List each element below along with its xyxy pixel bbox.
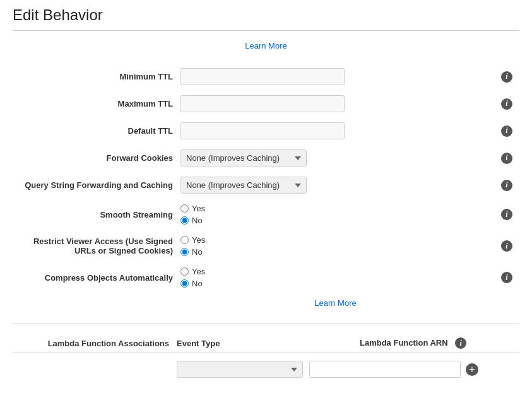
info-cell-forward-cookies: i (494, 144, 519, 172)
info-cell-smooth-streaming: i (494, 199, 519, 230)
forward-cookies-select[interactable]: None (Improves Caching) Whitelist All (180, 149, 307, 167)
input-cell-forward-cookies: None (Improves Caching) Whitelist All (177, 144, 494, 172)
row-compress-objects: Compress Objects Automatically Yes No (13, 262, 519, 293)
info-cell-default-ttl: i (494, 117, 519, 144)
label-forward-cookies: Forward Cookies (13, 144, 177, 172)
smooth-streaming-no-text: No (192, 216, 203, 225)
lambda-input-row: Viewer Request Origin Request Origin Res… (13, 358, 519, 380)
row-forward-cookies: Forward Cookies None (Improves Caching) … (13, 144, 519, 172)
row-learn-more-bottom: Learn More (13, 293, 519, 313)
row-restrict-viewer: Restrict Viewer Access (Use Signed URLs … (13, 230, 519, 262)
page-title: Edit Behavior (13, 6, 519, 31)
input-cell-maximum-ttl: 31536000 (177, 90, 494, 117)
default-ttl-input[interactable]: 86400 (180, 122, 345, 139)
label-default-ttl: Default TTL (13, 117, 177, 144)
compress-objects-yes-label[interactable]: Yes (180, 267, 490, 276)
label-learn-more-spacer (13, 293, 177, 313)
input-cell-default-ttl: 86400 (177, 117, 494, 144)
restrict-viewer-no-radio[interactable] (180, 248, 189, 256)
restrict-viewer-yes-radio[interactable] (180, 236, 189, 244)
compress-objects-no-text: No (192, 279, 203, 288)
lambda-arn-input[interactable] (309, 361, 461, 378)
smooth-streaming-radio-group: Yes No (180, 204, 490, 225)
learn-more-bottom-link[interactable]: Learn More (314, 298, 356, 308)
info-cell-restrict-viewer: i (494, 230, 519, 262)
section-divider (13, 323, 519, 324)
label-query-string: Query String Forwarding and Caching (13, 172, 177, 199)
row-smooth-streaming: Smooth Streaming Yes No i (13, 199, 519, 230)
restrict-viewer-yes-text: Yes (192, 235, 205, 245)
lambda-section-label: Lambda Function Associations (13, 339, 177, 348)
learn-more-top-link[interactable]: Learn More (245, 41, 287, 50)
page-container: Edit Behavior Learn More Minimum TTL 0 i… (0, 0, 532, 387)
compress-objects-yes-radio[interactable] (180, 267, 189, 276)
info-icon-minimum-ttl[interactable]: i (501, 71, 512, 83)
smooth-streaming-no-radio[interactable] (180, 216, 189, 225)
restrict-viewer-no-label[interactable]: No (180, 247, 490, 257)
input-cell-smooth-streaming: Yes No (177, 199, 494, 230)
label-maximum-ttl: Maximum TTL (13, 90, 177, 117)
input-cell-query-string: None (Improves Caching) Forward all, cac… (177, 172, 494, 199)
lambda-event-type-header: Event Type (177, 339, 309, 348)
info-icon-forward-cookies[interactable]: i (501, 153, 512, 164)
lambda-arn-header: Lambda Function ARN i (360, 337, 519, 349)
label-smooth-streaming: Smooth Streaming (13, 199, 177, 230)
label-compress-objects: Compress Objects Automatically (13, 262, 177, 293)
info-icon-compress-objects[interactable]: i (501, 272, 512, 283)
info-icon-maximum-ttl[interactable]: i (501, 98, 512, 110)
smooth-streaming-yes-text: Yes (192, 204, 205, 213)
compress-objects-radio-group: Yes No (180, 267, 490, 288)
row-maximum-ttl: Maximum TTL 31536000 i (13, 90, 519, 117)
learn-more-top-row: Learn More (13, 41, 519, 50)
smooth-streaming-no-label[interactable]: No (180, 216, 490, 225)
info-cell-query-string: i (494, 172, 519, 199)
add-lambda-button[interactable]: + (466, 363, 478, 376)
compress-objects-no-label[interactable]: No (180, 279, 490, 288)
info-icon-restrict-viewer[interactable]: i (501, 240, 512, 252)
restrict-viewer-radio-group: Yes No (180, 235, 490, 257)
compress-objects-no-radio[interactable] (180, 279, 189, 288)
info-icon-smooth-streaming[interactable]: i (501, 209, 512, 220)
info-icon-lambda-arn[interactable]: i (455, 337, 466, 349)
smooth-streaming-yes-radio[interactable] (180, 204, 189, 213)
maximum-ttl-input[interactable]: 31536000 (180, 95, 345, 112)
info-cell-maximum-ttl: i (494, 90, 519, 117)
row-minimum-ttl: Minimum TTL 0 i (13, 63, 519, 90)
info-icon-query-string[interactable]: i (501, 180, 512, 191)
label-restrict-viewer: Restrict Viewer Access (Use Signed URLs … (13, 230, 177, 262)
lambda-section: Lambda Function Associations Event Type … (13, 334, 519, 380)
info-cell-minimum-ttl: i (494, 63, 519, 90)
event-type-select[interactable]: Viewer Request Origin Request Origin Res… (177, 361, 303, 378)
compress-objects-yes-text: Yes (192, 267, 205, 276)
info-cell-compress-objects: i (494, 262, 519, 293)
row-query-string: Query String Forwarding and Caching None… (13, 172, 519, 199)
smooth-streaming-yes-label[interactable]: Yes (180, 204, 490, 213)
minimum-ttl-input[interactable]: 0 (180, 68, 345, 85)
query-string-select[interactable]: None (Improves Caching) Forward all, cac… (180, 177, 307, 194)
row-default-ttl: Default TTL 86400 i (13, 117, 519, 144)
input-cell-compress-objects: Yes No (177, 262, 494, 293)
form-table: Minimum TTL 0 i Maximum TTL 31536000 i (13, 63, 519, 313)
label-minimum-ttl: Minimum TTL (13, 63, 177, 90)
info-icon-default-ttl[interactable]: i (501, 126, 512, 137)
learn-more-bottom-cell: Learn More (177, 293, 494, 313)
input-cell-minimum-ttl: 0 (177, 63, 494, 90)
restrict-viewer-no-text: No (192, 247, 203, 257)
restrict-viewer-yes-label[interactable]: Yes (180, 235, 490, 245)
input-cell-restrict-viewer: Yes No (177, 230, 494, 262)
lambda-headers-row: Lambda Function Associations Event Type … (13, 334, 519, 353)
